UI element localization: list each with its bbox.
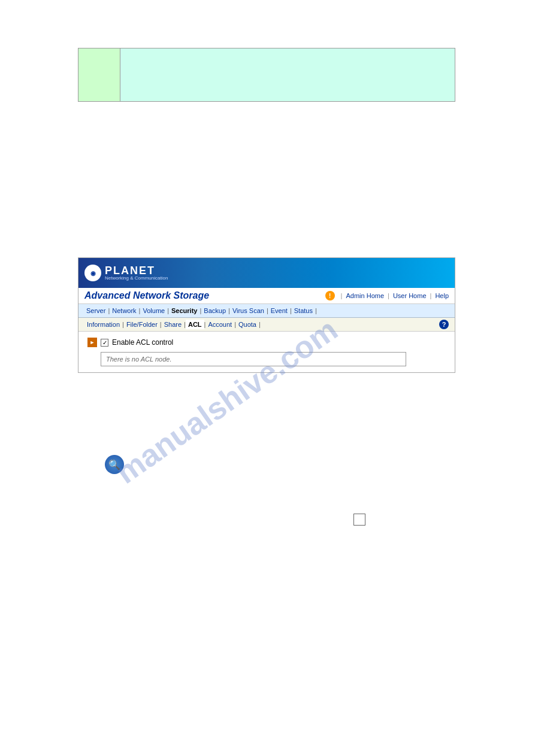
nav-server[interactable]: Server — [84, 306, 107, 315]
nav-virusscan[interactable]: Virus Scan — [231, 306, 266, 315]
search-icon: 🔍 — [105, 455, 124, 474]
nas-topnav: ! | Admin Home | User Home | Help — [325, 291, 449, 300]
nas-mainnav: Server | Network | Volume | Security | B… — [78, 304, 455, 318]
topnav-separator-2: | — [388, 292, 389, 299]
small-square-decoration — [353, 514, 365, 526]
help-button[interactable]: ? — [439, 320, 449, 329]
nas-header: ◉ PLANET Networking & Communication — [78, 258, 455, 288]
warning-icon[interactable]: ! — [325, 291, 335, 300]
search-icon-container: 🔍 — [105, 455, 124, 474]
acl-arrow-icon: ► — [87, 338, 97, 347]
nav-network[interactable]: Network — [110, 306, 138, 315]
planet-name: PLANET — [105, 265, 168, 276]
admin-home-link[interactable]: Admin Home — [346, 292, 384, 299]
acl-enable-row: ► ✓ Enable ACL control — [87, 338, 446, 347]
subnav-filefolder[interactable]: File/Folder — [124, 320, 160, 329]
nas-content: ► ✓ Enable ACL control There is no ACL n… — [78, 332, 455, 372]
subnav-share[interactable]: Share — [162, 320, 184, 329]
nav-status[interactable]: Status — [292, 306, 315, 315]
planet-logo-icon: ◉ — [84, 265, 101, 281]
topnav-separator-1: | — [341, 292, 343, 299]
acl-enable-checkbox[interactable]: ✓ — [101, 339, 108, 347]
topnav-separator-3: | — [430, 292, 432, 299]
planet-tagline: Networking & Communication — [105, 276, 168, 281]
subnav-information[interactable]: Information — [84, 320, 122, 329]
planet-logo-text: PLANET Networking & Communication — [105, 265, 168, 281]
user-home-link[interactable]: User Home — [393, 292, 427, 299]
planet-logo: ◉ PLANET Networking & Communication — [84, 265, 168, 281]
nas-title: Advanced Network Storage — [84, 290, 209, 301]
nas-subtitle-bar: Advanced Network Storage ! | Admin Home … — [78, 288, 455, 304]
subnav-sep-6: | — [259, 320, 261, 329]
subnav-quota[interactable]: Quota — [236, 320, 259, 329]
help-link[interactable]: Help — [435, 292, 449, 299]
subnav-account[interactable]: Account — [205, 320, 234, 329]
nav-security[interactable]: Security — [170, 306, 199, 315]
nav-backup[interactable]: Backup — [202, 306, 228, 315]
top-table-left-cell — [78, 48, 120, 101]
nas-panel: ◉ PLANET Networking & Communication Adva… — [78, 257, 455, 373]
nas-subnav: Information | File/Folder | Share | ACL … — [78, 318, 455, 332]
subnav-acl[interactable]: ACL — [186, 320, 204, 329]
top-table-right-cell — [120, 48, 455, 101]
acl-message-box: There is no ACL node. — [101, 352, 406, 366]
nav-volume[interactable]: Volume — [141, 306, 167, 315]
top-table — [78, 48, 455, 102]
nav-sep-8: | — [315, 306, 318, 315]
acl-enable-label: Enable ACL control — [112, 338, 173, 347]
nav-event[interactable]: Event — [269, 306, 289, 315]
